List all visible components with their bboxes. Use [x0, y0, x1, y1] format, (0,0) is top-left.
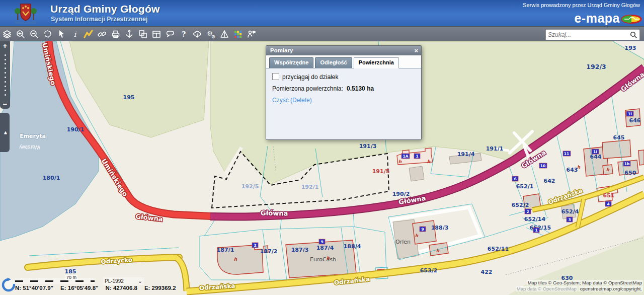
zoom-in-icon[interactable] — [14, 27, 27, 41]
zoom-out-icon[interactable] — [27, 27, 41, 41]
svg-text:?: ? — [181, 30, 185, 38]
help-icon[interactable]: ? — [177, 27, 190, 41]
water-label: Emeryta — [20, 133, 46, 139]
parcel-label: 195 — [123, 94, 135, 101]
address-marker: 10 — [540, 164, 545, 168]
parcel-label: 192/5 — [242, 183, 259, 190]
copy-view-icon[interactable] — [136, 27, 149, 41]
coord-northing: N: 427406.8 — [106, 285, 137, 291]
parcel-label: 188/3 — [431, 225, 449, 231]
cloud-download-icon[interactable] — [190, 27, 204, 41]
address-marker: 1 — [416, 154, 418, 159]
address-marker: 1i — [628, 112, 632, 116]
chevron-down-icon[interactable]: ⌄ — [138, 278, 142, 284]
parcel-label: 646 — [629, 117, 641, 124]
layout-icon[interactable] — [149, 27, 163, 41]
link-icon[interactable] — [95, 27, 109, 41]
tab-odleglosc[interactable]: Odległość — [315, 57, 352, 68]
address-marker: 2 — [254, 243, 256, 248]
parcel-label: 191/4 — [457, 151, 475, 158]
parcel-label: 652/4 — [561, 208, 579, 215]
tab-powierzchnia[interactable]: Powierzchnia — [354, 57, 399, 68]
building-mark: h — [436, 248, 440, 253]
snap-checkbox[interactable] — [272, 73, 279, 80]
svg-text:i: i — [73, 30, 76, 38]
building-mark: h — [415, 233, 419, 238]
building-mark: h — [398, 159, 402, 164]
crs-selector[interactable]: PL-1992⌄ — [103, 277, 144, 285]
address-marker: 1A — [403, 154, 408, 159]
emapa-brand: e-mapa — [574, 11, 620, 26]
feedback-icon[interactable] — [245, 27, 258, 41]
select-area-icon[interactable] — [41, 27, 54, 41]
parcel-label: 191/1 — [486, 145, 504, 152]
parcel-label: 191/5 — [372, 168, 390, 175]
print-icon[interactable] — [109, 27, 122, 41]
parcel-label: 652/2 — [512, 202, 529, 208]
dialog-titlebar[interactable]: Pomiary × — [266, 46, 421, 55]
zoom-out-button[interactable]: − — [3, 100, 8, 109]
parcel-label: 185 — [65, 268, 76, 275]
parcel-label: 191/3 — [359, 143, 377, 150]
attribution-copyright-link[interactable]: openstreetmap.org/copyright. — [579, 286, 643, 291]
close-icon[interactable]: × — [414, 46, 418, 55]
parcel-label: 653/2 — [420, 267, 438, 274]
parcel-label: 187/4 — [316, 245, 334, 251]
address-marker: 9 — [320, 240, 323, 244]
search-box — [545, 29, 640, 40]
building-mark: h — [327, 256, 330, 261]
dialog-tabs: Współrzędne Odległość Powierzchnia — [266, 55, 421, 68]
attribution-osm: Map data © OpenStreetMap — [516, 286, 578, 291]
zoom-level-slider[interactable] — [5, 50, 6, 100]
parcel-label: 652/11 — [488, 246, 509, 252]
view-3d-icon[interactable] — [217, 27, 231, 41]
layers-panel-tab[interactable]: ▶ Warstwy — [0, 113, 10, 152]
parcel-label: 192/3 — [586, 63, 606, 70]
app-header: Urząd Gminy Głogów System Informacji Prz… — [0, 0, 644, 26]
dialog-title: Pomiary — [270, 47, 293, 53]
parcel-label: 645 — [613, 134, 625, 141]
parcel-label: 187/1 — [217, 247, 234, 253]
building-mark: h — [427, 159, 431, 164]
layers-icon[interactable] — [0, 27, 14, 41]
locate-icon[interactable] — [122, 27, 136, 41]
search-icon[interactable] — [630, 31, 637, 39]
search-input[interactable] — [546, 31, 630, 38]
parcel-label: 187/3 — [291, 247, 309, 253]
toolbar: i ? ⚙⚙ — [0, 26, 644, 41]
pointer-icon[interactable] — [54, 27, 68, 41]
parcel-label: 187/2 — [260, 248, 278, 255]
info-icon[interactable]: i — [68, 27, 82, 41]
annotation-icon[interactable] — [163, 27, 177, 41]
map-attribution: Map tiles © Geo-System; Map data © OpenS… — [516, 280, 643, 292]
legend-icon[interactable] — [231, 27, 245, 41]
expand-arrow-icon: ▶ — [3, 131, 7, 134]
emapa-logo-icon — [621, 14, 642, 24]
address-marker: 9 — [421, 227, 424, 232]
zoom-slider: + − — [0, 41, 10, 109]
clear-measurement-link[interactable]: Czyść (Delete) — [272, 97, 312, 104]
address-marker: 1 — [535, 228, 537, 233]
zoom-in-button[interactable]: + — [3, 41, 8, 50]
parcel-label: 652/1 — [516, 183, 534, 190]
address-marker: 4 — [607, 202, 609, 206]
address-marker: 2 — [526, 209, 529, 214]
address-marker: 11 — [564, 152, 569, 156]
parcel-label: 193 — [625, 45, 636, 51]
parcel-label: 651 — [603, 192, 615, 199]
parcel-label: 643 — [567, 167, 578, 173]
parcel-label: 180/1 — [43, 175, 60, 181]
snap-label: przyciągaj do działek — [282, 73, 338, 81]
measure-icon[interactable] — [82, 27, 95, 41]
parcel-label: 652/14 — [524, 216, 546, 223]
parcel-label: 644 — [590, 154, 602, 160]
coordinates-readout: N: 51°40'07.9'' E: 16°05'49.8'' N: 42740… — [15, 285, 176, 291]
tab-wspolrzedne[interactable]: Współrzędne — [269, 57, 313, 68]
settings-icon[interactable]: ⚙⚙ — [204, 27, 217, 41]
building-mark: h — [606, 167, 610, 172]
parcel-label: 652/15 — [530, 225, 551, 231]
parcel-label: 650 — [625, 170, 636, 176]
address-marker: 3 — [568, 217, 571, 222]
svg-text:⚙: ⚙ — [211, 34, 215, 39]
parcel-label: 192/1 — [301, 184, 319, 190]
